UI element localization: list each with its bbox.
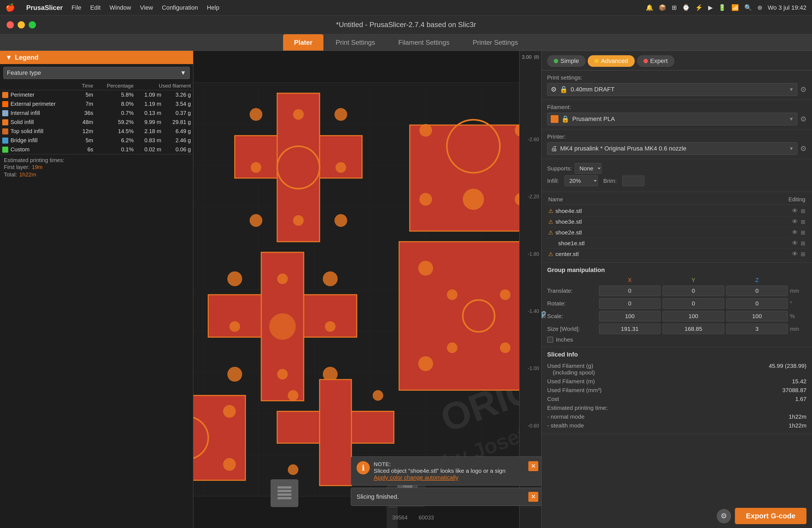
object-row[interactable]: shoe1e.stl 👁 ⊞ (547, 238, 807, 249)
size-y-input[interactable] (663, 324, 724, 334)
export-settings-button[interactable]: ⚙ (717, 509, 731, 523)
visibility-toggle[interactable]: 👁 (792, 250, 798, 258)
printer-gear-icon[interactable]: ⚙ (800, 144, 807, 153)
link-scale-icon[interactable]: 🔗 (541, 311, 546, 318)
menu-configuration[interactable]: Configuration (162, 4, 198, 11)
object-name: ⚠ shoe4e.stl (548, 208, 789, 214)
printer-dropdown[interactable]: 🖨 MK4 prusalink * Original Prusa MK4 0.6… (547, 142, 797, 155)
scale-row: Scale: % 🔗 (547, 311, 807, 321)
legend-row-used: 0.83 m (136, 136, 163, 145)
menu-edit[interactable]: Edit (90, 4, 101, 11)
close-button[interactable] (6, 21, 14, 28)
minimize-button[interactable] (18, 21, 25, 28)
rotate-y-input[interactable] (663, 298, 724, 309)
size-z-input[interactable] (726, 324, 788, 334)
brim-input[interactable] (622, 176, 644, 186)
advanced-dot (594, 59, 599, 63)
rotate-x-input[interactable] (599, 298, 661, 309)
layers-view-button[interactable] (271, 480, 298, 507)
svg-point-91 (373, 390, 383, 401)
visibility-toggle[interactable]: 👁 (792, 218, 798, 225)
slicing-bar: Slicing finished. ✕ (351, 488, 541, 506)
object-row[interactable]: ⚠ shoe4e.stl 👁 ⊞ (547, 206, 807, 217)
size-x-input[interactable] (599, 324, 661, 334)
legend-row-pct: 59.2% (96, 118, 136, 127)
filament-gear-icon[interactable]: ⚙ (800, 115, 807, 123)
group-manipulation-section: Group manipulation X Y Z Translate: mm R… (541, 263, 812, 347)
viewport[interactable]: ORIGINAL PRUSA MK4 by Josef Prusa (193, 51, 541, 528)
inches-label: Inches (556, 336, 573, 343)
y-axis-label: Y (663, 277, 724, 283)
scale-y-input[interactable] (663, 311, 724, 321)
sys-icon-3: ⊞ (672, 4, 677, 11)
rotate-z-input[interactable] (726, 298, 788, 309)
filament-color-swatch (551, 115, 559, 123)
edit-icon[interactable]: ⊞ (801, 208, 806, 214)
print-settings-dropdown[interactable]: ⚙ 🔒 0.40mm DRAFT ▼ (547, 83, 797, 96)
object-row[interactable]: ⚠ center.stl 👁 ⊞ (547, 249, 807, 260)
objects-header: Name Editing (547, 195, 807, 205)
visibility-toggle[interactable]: 👁 (792, 207, 798, 215)
translate-y-input[interactable] (663, 285, 724, 296)
tab-filament-settings[interactable]: Filament Settings (387, 34, 460, 50)
legend-panel: ▼ Legend Feature type ▼ Time Percentage … (0, 51, 193, 528)
fullscreen-button[interactable] (29, 21, 36, 28)
tab-print-settings[interactable]: Print Settings (324, 34, 386, 50)
svg-point-40 (251, 162, 261, 173)
window-title: *Untitled - PrusaSlicer-2.7.4 based on S… (336, 20, 476, 29)
mode-simple-button[interactable]: Simple (547, 55, 585, 67)
col-header-used: Used filament (136, 82, 193, 90)
object-row[interactable]: ⚠ shoe2e.stl 👁 ⊞ (547, 227, 807, 238)
legend-row: Top solid infill 12m 14.5% 2.18 m 6.49 g (0, 127, 193, 136)
mode-advanced-button[interactable]: Advanced (588, 55, 635, 67)
sys-icon-4: ⌚ (682, 4, 690, 11)
legend-row-time: 7m (75, 99, 95, 108)
scale-z-input[interactable] (726, 311, 788, 321)
visibility-toggle[interactable]: 👁 (792, 229, 798, 236)
first-layer-label: First layer: (4, 164, 30, 171)
print-settings-gear-icon[interactable]: ⚙ (800, 85, 807, 94)
slicing-close-button[interactable]: ✕ (528, 492, 538, 502)
tab-plater[interactable]: Plater (283, 34, 324, 50)
main-area: ▼ Legend Feature type ▼ Time Percentage … (0, 51, 812, 528)
used-filament-mm3-row: Used Filament (mm³) 37088.87 (547, 386, 807, 395)
translate-x-input[interactable] (599, 285, 661, 296)
menu-help[interactable]: Help (207, 4, 219, 11)
object-row[interactable]: ⚠ shoe3e.stl 👁 ⊞ (547, 217, 807, 227)
edit-icon[interactable]: ⊞ (801, 240, 806, 247)
svg-rect-100 (278, 494, 291, 496)
filament-arrow-icon: ▼ (789, 116, 794, 122)
sys-icon-control[interactable]: ⊛ (757, 4, 762, 11)
svg-rect-98 (278, 486, 291, 488)
notif-link[interactable]: Apply color change automatically (374, 474, 524, 481)
sys-icon-search[interactable]: 🔍 (744, 4, 752, 11)
supports-select[interactable]: None (575, 163, 601, 174)
dropdown-arrow-icon: ▼ (789, 87, 794, 92)
tab-printer-settings[interactable]: Printer Settings (462, 34, 529, 50)
object-filename: shoe1e.stl (558, 240, 585, 247)
menubar-right: 🔔 📦 ⊞ ⌚ ⚡ ▶ 🔋 📶 🔍 ⊛ Wo 3 jul 19:42 (646, 4, 807, 11)
sys-icon-bluetooth: ⚡ (695, 4, 702, 11)
legend-row-time: 48m (75, 118, 95, 127)
est-time-label: Estimated printing time: (547, 405, 608, 411)
menu-window[interactable]: Window (110, 4, 131, 11)
edit-icon[interactable]: ⊞ (801, 218, 806, 225)
inches-checkbox[interactable] (547, 337, 553, 343)
mode-expert-button[interactable]: Expert (637, 55, 675, 67)
legend-row-grams: 3.26 g (163, 90, 193, 100)
menu-view[interactable]: View (140, 4, 153, 11)
translate-z-input[interactable] (726, 285, 788, 296)
feature-type-dropdown[interactable]: Feature type ▼ (3, 67, 190, 79)
slicing-message: Slicing finished. (357, 493, 524, 500)
infill-select[interactable]: 20% (565, 175, 598, 186)
apple-menu[interactable]: 🍎 (5, 3, 15, 12)
export-gcode-button[interactable]: Export G-code (735, 508, 807, 524)
print-settings-section: Print settings: ⚙ 🔒 0.40mm DRAFT ▼ ⚙ (541, 70, 812, 100)
scale-x-input[interactable] (599, 311, 661, 321)
notif-close-button[interactable]: ✕ (528, 461, 538, 471)
edit-icon[interactable]: ⊞ (801, 251, 806, 258)
visibility-toggle[interactable]: 👁 (792, 240, 798, 247)
edit-icon[interactable]: ⊞ (801, 229, 806, 236)
menu-file[interactable]: File (72, 4, 81, 11)
filament-dropdown[interactable]: 🔒 Prusament PLA ▼ (547, 113, 797, 126)
